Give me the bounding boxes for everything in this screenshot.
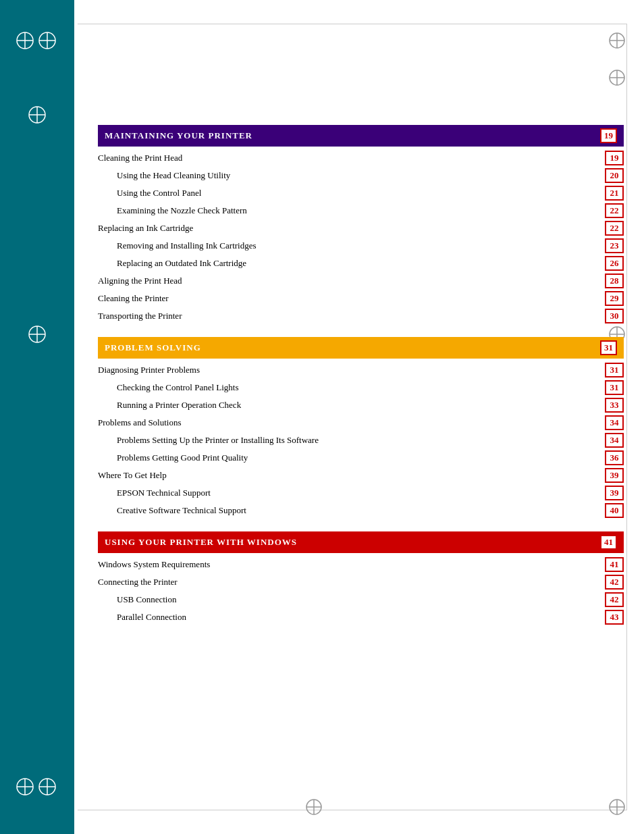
toc-row: Where To Get Help39 — [98, 467, 624, 484]
toc-entry-page: 26 — [605, 256, 624, 271]
section-title-using-windows: USING YOUR PRINTER WITH WINDOWS — [105, 537, 297, 548]
toc-entry-text: Parallel Connection — [117, 612, 186, 623]
toc-row: Problems and Solutions34 — [98, 414, 624, 432]
toc-entry-page: 20 — [605, 168, 624, 183]
border-top — [78, 24, 627, 24]
toc-row: USB Connection42 — [98, 591, 624, 608]
toc-entry-page: 22 — [605, 221, 624, 236]
toc-entry-text: Removing and Installing Ink Cartridges — [117, 240, 257, 251]
toc-entry-text: Running a Printer Operation Check — [117, 400, 241, 411]
reg-mark-tr2 — [607, 68, 627, 88]
toc-entry-text: Transporting the Printer — [98, 311, 182, 321]
toc-entry-page: 39 — [605, 468, 624, 483]
toc-content: MAINTAINING YOUR PRINTER19Cleaning the P… — [98, 125, 624, 766]
reg-mark-bc — [304, 797, 324, 817]
toc-entry-text: Replacing an Ink Cartridge — [98, 223, 193, 234]
toc-entry-text: USB Connection — [117, 594, 176, 605]
toc-entry-text: Problems Getting Good Print Quality — [117, 452, 248, 463]
reg-mark-tl2 — [37, 30, 57, 51]
toc-entry-text: Problems Setting Up the Printer or Insta… — [117, 435, 319, 446]
toc-entry-text: Replacing an Outdated Ink Cartridge — [117, 258, 246, 269]
toc-row: Creative Software Technical Support40 — [98, 502, 624, 519]
toc-entry-page: 41 — [605, 557, 624, 572]
section-page-maintaining: 19 — [600, 128, 617, 143]
toc-row: Using the Control Panel21 — [98, 184, 624, 202]
toc-row: Transporting the Printer30 — [98, 307, 624, 325]
sidebar — [0, 0, 74, 834]
toc-row: Running a Printer Operation Check33 — [98, 396, 624, 414]
toc-entry-text: Cleaning the Printer — [98, 293, 169, 304]
toc-entry-page: 43 — [605, 610, 624, 625]
toc-entry-text: Cleaning the Print Head — [98, 153, 182, 163]
toc-entry-page: 40 — [605, 503, 624, 518]
reg-mark-bl2 — [37, 777, 57, 797]
toc-row: Replacing an Outdated Ink Cartridge26 — [98, 255, 624, 272]
reg-mark-br1 — [607, 797, 627, 817]
toc-entry-page: 34 — [605, 415, 624, 430]
toc-entry-page: 21 — [605, 186, 624, 201]
toc-entry-page: 28 — [605, 273, 624, 288]
toc-entry-page: 42 — [605, 592, 624, 607]
toc-row: Using the Head Cleaning Utility20 — [98, 167, 624, 184]
toc-row: EPSON Technical Support39 — [98, 484, 624, 502]
toc-row: Problems Getting Good Print Quality36 — [98, 449, 624, 467]
section-header-using-windows: USING YOUR PRINTER WITH WINDOWS41 — [98, 531, 624, 553]
toc-entry-page: 33 — [605, 398, 624, 413]
toc-entry-page: 23 — [605, 238, 624, 253]
toc-row: Examining the Nozzle Check Pattern22 — [98, 202, 624, 219]
toc-entry-page: 31 — [605, 380, 624, 395]
reg-mark-tr1 — [607, 30, 627, 51]
toc-entry-text: Creative Software Technical Support — [117, 505, 246, 516]
reg-mark-bl1 — [15, 777, 35, 797]
toc-entry-text: Problems and Solutions — [98, 417, 182, 428]
toc-row: Problems Setting Up the Printer or Insta… — [98, 432, 624, 449]
toc-row: Connecting the Printer42 — [98, 573, 624, 591]
toc-entry-page: 36 — [605, 450, 624, 465]
toc-entry-text: Where To Get Help — [98, 470, 167, 481]
border-bottom — [78, 810, 627, 810]
toc-entry-page: 39 — [605, 486, 624, 500]
toc-entry-text: Windows System Requirements — [98, 559, 210, 570]
reg-mark-tl1 — [15, 30, 35, 51]
toc-row: Cleaning the Printer29 — [98, 290, 624, 307]
section-header-problem-solving: PROBLEM SOLVING31 — [98, 337, 624, 359]
toc-entry-text: Using the Head Cleaning Utility — [117, 170, 230, 181]
toc-entry-page: 31 — [605, 363, 624, 377]
section-header-maintaining: MAINTAINING YOUR PRINTER19 — [98, 125, 624, 147]
toc-row: Checking the Control Panel Lights31 — [98, 379, 624, 396]
toc-row: Aligning the Print Head28 — [98, 272, 624, 290]
toc-entry-text: Using the Control Panel — [117, 188, 201, 199]
section-page-using-windows: 41 — [600, 535, 617, 550]
section-title-maintaining: MAINTAINING YOUR PRINTER — [105, 130, 252, 141]
toc-entry-page: 34 — [605, 433, 624, 448]
toc-entry-page: 19 — [605, 151, 624, 165]
toc-entry-text: Diagnosing Printer Problems — [98, 365, 200, 375]
toc-entry-text: Checking the Control Panel Lights — [117, 382, 239, 393]
toc-row: Diagnosing Printer Problems31 — [98, 361, 624, 379]
section-title-problem-solving: PROBLEM SOLVING — [105, 342, 201, 353]
toc-entry-page: 42 — [605, 575, 624, 590]
section-page-problem-solving: 31 — [600, 340, 617, 355]
toc-entry-page: 29 — [605, 291, 624, 306]
reg-mark-lm — [27, 324, 47, 344]
toc-entry-page: 30 — [605, 309, 624, 323]
toc-row: Windows System Requirements41 — [98, 556, 624, 573]
toc-entry-text: Connecting the Printer — [98, 577, 178, 588]
toc-row: Parallel Connection43 — [98, 608, 624, 626]
toc-entry-page: 22 — [605, 203, 624, 218]
reg-mark-l1 — [27, 105, 47, 125]
border-right — [626, 24, 627, 810]
toc-entry-text: Aligning the Print Head — [98, 276, 182, 286]
toc-row: Removing and Installing Ink Cartridges23 — [98, 237, 624, 255]
toc-entry-text: Examining the Nozzle Check Pattern — [117, 205, 247, 216]
toc-row: Replacing an Ink Cartridge22 — [98, 219, 624, 237]
toc-entry-text: EPSON Technical Support — [117, 488, 211, 498]
toc-row: Cleaning the Print Head19 — [98, 149, 624, 167]
